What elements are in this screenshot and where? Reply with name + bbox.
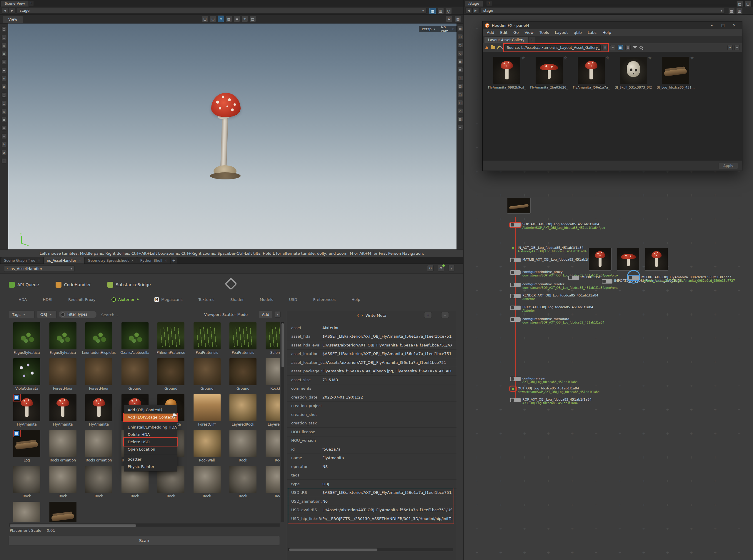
meta-value[interactable]: $ASSET_LIB/aixterior/AXT_OBJ_FlyAmanita_… xyxy=(322,490,452,495)
list-view-icon[interactable]: ≡ xyxy=(610,45,615,50)
display-option-icon[interactable]: ▦ xyxy=(458,117,463,122)
menu-labs[interactable]: Labs xyxy=(585,30,599,35)
tags-dropdown[interactable]: Tags ▾ xyxy=(9,311,35,318)
view-mode-icon[interactable]: ≡ xyxy=(234,16,240,22)
asset-card-rock[interactable]: Rock xyxy=(225,466,261,502)
display-option-icon[interactable]: □ xyxy=(458,34,463,39)
favorite-star-icon[interactable]: ☆ xyxy=(648,56,652,60)
network-node-import-usd[interactable]: IMPORT_USD xyxy=(568,275,601,280)
asset-card-scleropoa[interactable]: Scleropoa xyxy=(261,322,280,358)
help-icon[interactable]: ? xyxy=(448,265,455,272)
display-option-icon[interactable]: ▤ xyxy=(458,26,463,31)
column-view-icon[interactable]: ▥ xyxy=(625,45,631,50)
nav-tab-usd[interactable]: USD xyxy=(281,297,305,302)
placement-scale-value[interactable]: 0.01 xyxy=(47,528,55,533)
asset-card-rock[interactable]: Rock xyxy=(261,430,280,466)
box-select-icon[interactable]: ○ xyxy=(210,16,216,22)
eyedropper-icon[interactable] xyxy=(500,45,503,49)
network-node-configureprimitive-proxy[interactable]: configureprimitive_proxydownstream/SOP_A… xyxy=(510,270,618,277)
menu-item-add-lop-stage-context[interactable]: Add (LOP/Stage Context) xyxy=(124,414,177,421)
meta-value[interactable]: FlyAmanita_f56e1a7a_4K_Albedo.jpg, FlyAm… xyxy=(322,369,452,373)
tool-icon[interactable]: ○ xyxy=(1,35,7,40)
meta-value[interactable]: 71.6 MB xyxy=(322,378,338,382)
gallery-asset-flyamanita-0982b9cd[interactable]: ☆FlyAmanita_0982b9cd_ xyxy=(493,57,520,84)
asset-card-ground[interactable]: Ground xyxy=(153,358,189,394)
meta-value[interactable]: L:/Assets/aixterior/AXT_OBJ_FlyAmanita_f… xyxy=(322,343,452,347)
asset-card-poapratensis[interactable]: PoaPratensis xyxy=(189,322,225,358)
display-option-icon[interactable]: + xyxy=(458,75,463,81)
app-button-api-queue[interactable]: API-Queue xyxy=(9,282,39,288)
gear-icon[interactable]: ⚙ xyxy=(438,265,444,272)
meta-value[interactable]: NS xyxy=(322,464,328,469)
add-pane-tab-button[interactable]: + xyxy=(171,257,177,263)
nav-tab-preferences[interactable]: Preferences xyxy=(305,297,343,302)
asset-card-phleumpratense[interactable]: PhleumPratense xyxy=(153,322,189,358)
display-option-icon[interactable]: ≡ xyxy=(458,125,463,130)
favorite-star-icon[interactable]: ☆ xyxy=(563,56,568,60)
asset-card-ground[interactable]: Ground xyxy=(225,358,261,394)
gallery-asset-bj-log-fdcdca85-451[interactable]: ☆BJ_Log_fdcdca85_451... xyxy=(662,57,689,84)
asset-card-rock[interactable]: Rock xyxy=(81,466,117,502)
display-option-icon[interactable]: ◇ xyxy=(458,108,463,114)
tool-icon[interactable]: ↻ xyxy=(1,142,7,147)
display-toggle-icon[interactable]: ▦ xyxy=(728,8,735,14)
add-pane-tab-button[interactable]: + xyxy=(28,1,34,6)
network-node-configurelayer[interactable]: configurelayerAXT_OBJ_Log_fdcdca85_451ab… xyxy=(510,377,578,384)
filter-icon[interactable] xyxy=(633,46,637,49)
asset-card-violaodorata[interactable]: ViolaOdorata xyxy=(9,358,45,394)
grid-horizontal-scrollbar[interactable] xyxy=(9,523,280,527)
menu-tools[interactable]: Tools xyxy=(536,30,552,35)
history-forward-button[interactable]: ▶ xyxy=(9,8,15,14)
pane-tab-ns-assethandler[interactable]: ns_AssetHandler× xyxy=(44,257,84,263)
network-node-render-axt-obj-log-fdcdca85-451ab1f1a84[interactable]: RENDER_AXT_OBJ_Log_fdcdca85_451ab1f1a84A… xyxy=(510,294,598,301)
nav-tab-help[interactable]: Help xyxy=(343,297,368,302)
viewport-scatter-mode-label[interactable]: Viewport Scatter Mode xyxy=(204,312,248,317)
tool-icon[interactable]: ▦ xyxy=(1,51,7,57)
menu-item-scatter[interactable]: Scatter xyxy=(124,456,177,463)
asset-card-rockfloor[interactable]: RockFloor xyxy=(261,358,280,394)
tool-icon[interactable]: □ xyxy=(1,92,7,98)
panel-type-selector[interactable]: ▸ ns_AssetHandler ▾ xyxy=(4,265,75,272)
tab-layout-asset-gallery[interactable]: Layout Asset Gallery xyxy=(484,37,528,43)
network-node-in-axt-obj-log-fdcdca85-451ab1f1a84[interactable]: ×IN_AXT_OBJ_Log_fdcdca85_451ab1f1a84Aixt… xyxy=(510,246,587,253)
display-option-icon[interactable]: □ xyxy=(458,92,463,97)
refresh-icon[interactable]: ↻ xyxy=(427,265,434,272)
asset-card-leontodonhispidus[interactable]: LeontodonHispidus xyxy=(81,322,117,358)
asset-card-flyamanita[interactable]: FlyAmanita xyxy=(45,394,81,430)
tool-icon[interactable]: + xyxy=(1,68,7,73)
app-button-substancebridge[interactable]: SubstanceBridge xyxy=(107,282,151,288)
asset-card-fagussylvatica[interactable]: FagusSylvatica xyxy=(9,322,45,358)
add-pane-tab-button[interactable]: + xyxy=(487,1,492,6)
asset-card-rock[interactable]: Rock xyxy=(225,430,261,466)
tool-icon[interactable]: ▦ xyxy=(1,117,7,122)
remove-meta-button[interactable]: − xyxy=(441,312,449,318)
nav-tab-hdri[interactable]: HDRI xyxy=(35,297,60,302)
favorite-star-icon[interactable]: ☆ xyxy=(606,56,610,60)
meta-horizontal-scrollbar[interactable] xyxy=(288,548,453,551)
meta-value[interactable]: f56e1a7a xyxy=(322,447,341,452)
tool-icon[interactable]: ↻ xyxy=(1,76,7,81)
nav-tab-megascans[interactable]: MMegascans xyxy=(146,297,190,302)
asset-card-ground[interactable]: Ground xyxy=(189,358,225,394)
pane-divider[interactable] xyxy=(463,0,463,560)
history-back-button[interactable]: ◀ xyxy=(465,8,472,14)
projection-badge[interactable]: Persp ▾ xyxy=(419,26,438,32)
menu-item-add-obj-context[interactable]: Add (OBJ Context) xyxy=(124,406,177,414)
asset-card-log[interactable]: Log xyxy=(9,430,45,466)
tool-icon[interactable]: + xyxy=(1,134,7,139)
close-tab-icon[interactable]: × xyxy=(38,259,40,262)
nav-tab-redshift-proxy[interactable]: Redshift Proxy xyxy=(60,297,103,302)
asset-card-rockformation[interactable]: RockFormation xyxy=(81,430,117,466)
display-option-icon[interactable]: ○ xyxy=(458,100,463,105)
maximize-button[interactable]: □ xyxy=(717,22,729,28)
asset-card-fagussylvatica[interactable]: FagusSylvatica xyxy=(45,322,81,358)
search-input[interactable]: Search... xyxy=(101,311,175,318)
menu-help[interactable]: Help xyxy=(599,30,614,35)
pane-tab-scene-graph-tree[interactable]: Scene Graph Tree× xyxy=(1,257,43,263)
display-option-icon[interactable]: ≡ xyxy=(458,67,463,72)
network-node-mushroom-flat[interactable] xyxy=(617,248,640,271)
display-toggle-icon[interactable]: ▦ xyxy=(430,8,436,14)
lasso-icon[interactable]: ◇ xyxy=(218,16,224,22)
menu-layout[interactable]: Layout xyxy=(552,30,571,35)
network-node-rop-axt-obj-log-fdcdca85-451ab1f1a84[interactable]: ROP_AXT_OBJ_Log_fdcdca85_451ab1f1a84AXT_… xyxy=(510,398,592,405)
